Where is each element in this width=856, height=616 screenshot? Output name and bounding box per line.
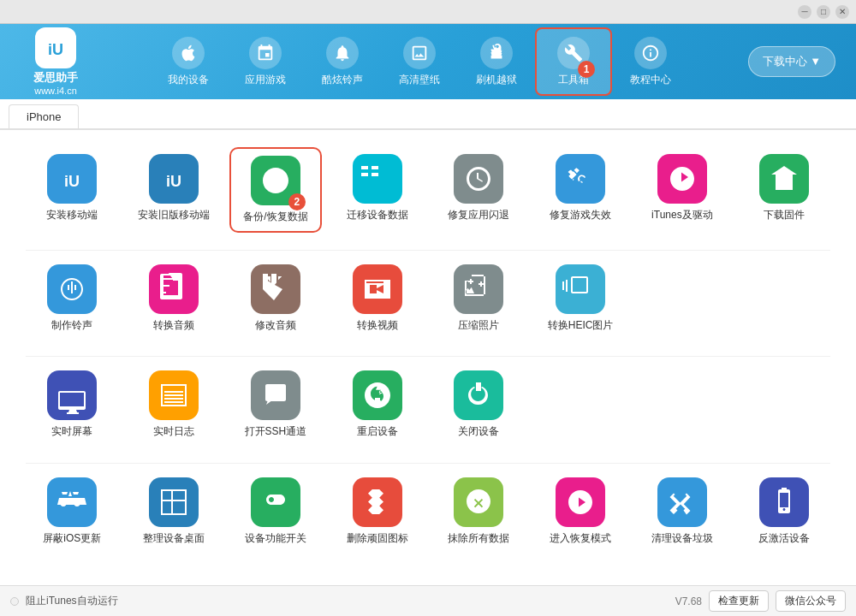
tool-item-erase-all[interactable]: 抹除所有数据 <box>432 471 526 553</box>
tool-item-realtime-log[interactable]: 实时日志 <box>128 364 221 446</box>
tool-label-delete-stubborn-icon: 删除顽固图标 <box>347 532 408 546</box>
tool-item-install-old[interactable]: iU安装旧版移动端 <box>128 147 221 233</box>
device-tab-iphone[interactable]: iPhone <box>9 104 79 128</box>
tool-item-fix-game[interactable]: 修复游戏失效 <box>534 147 627 233</box>
tool-item-block-ios-update[interactable]: 屏蔽iOS更新 <box>26 471 119 553</box>
convert-video-icon <box>353 264 402 314</box>
enter-recovery-icon <box>556 477 605 527</box>
tool-label-convert-heic: 转换HEIC图片 <box>548 319 614 333</box>
nav-label-ringtone: 酷炫铃声 <box>322 73 363 87</box>
tool-item-convert-audio[interactable]: 转换音频 <box>128 258 221 340</box>
nav-item-toolbox[interactable]: 1工具箱 <box>535 27 612 96</box>
tool-item-backup-restore[interactable]: 2备份/恢复数据 <box>229 147 323 233</box>
download-firmware-icon <box>759 154 809 204</box>
close-button[interactable]: ✕ <box>835 5 849 19</box>
install-mobile-icon: iU <box>47 154 97 204</box>
tool-label-enter-recovery: 进入恢复模式 <box>550 532 611 546</box>
row-divider-0 <box>26 250 830 251</box>
fix-game-icon <box>556 154 605 204</box>
tool-item-shutdown-device[interactable]: 关闭设备 <box>432 364 526 446</box>
tool-label-erase-all: 抹除所有数据 <box>448 532 509 546</box>
minimize-button[interactable]: ─ <box>798 5 811 19</box>
tool-label-shutdown-device: 关闭设备 <box>458 425 499 439</box>
tool-item-reboot-device[interactable]: 重启设备 <box>330 364 424 446</box>
main-content: iU安装移动端iU安装旧版移动端 2备份/恢复数据迁移设备数据修复应用闪退修复游… <box>0 130 856 585</box>
tools-row-1: 制作铃声转换音频修改音频转换视频压缩照片转换HEIC图片 <box>26 258 830 340</box>
tool-label-clean-junk: 清理设备垃圾 <box>651 532 713 546</box>
realtime-log-icon <box>149 370 199 420</box>
tool-item-clean-junk[interactable]: 清理设备垃圾 <box>636 471 729 553</box>
erase-all-icon <box>454 477 503 527</box>
tool-label-install-mobile: 安装移动端 <box>46 209 98 222</box>
tool-item-fix-app-crash[interactable]: 修复应用闪退 <box>432 147 526 233</box>
tool-label-fix-game: 修复游戏失效 <box>550 209 611 222</box>
svg-text:iU: iU <box>64 173 80 190</box>
my-device-nav-icon <box>172 37 205 69</box>
tool-label-anti-activation: 反激活设备 <box>758 532 810 546</box>
nav-badge-toolbox: 1 <box>578 61 595 78</box>
nav-label-jailbreak: 刷机越狱 <box>476 73 517 87</box>
tool-label-make-ringtone: 制作铃声 <box>51 319 92 333</box>
download-center-button[interactable]: 下载中心 ▼ <box>748 46 835 77</box>
tool-label-block-ios-update: 屏蔽iOS更新 <box>43 532 101 546</box>
tool-item-edit-audio[interactable]: 修改音频 <box>229 258 323 340</box>
tools-row-0: iU安装移动端iU安装旧版移动端 2备份/恢复数据迁移设备数据修复应用闪退修复游… <box>26 147 830 233</box>
make-ringtone-icon <box>47 264 97 314</box>
tool-item-delete-stubborn-icon[interactable]: 删除顽固图标 <box>330 471 424 553</box>
logo-text: 爱思助手 www.i4.cn <box>33 70 78 96</box>
nav-items: 我的设备应用游戏酷炫铃声高清壁纸刷机越狱1工具箱教程中心 <box>103 27 736 96</box>
tool-label-migrate-data: 迁移设备数据 <box>347 209 408 222</box>
nav-item-wallpaper[interactable]: 高清壁纸 <box>381 27 458 96</box>
tool-item-make-ringtone[interactable]: 制作铃声 <box>26 258 119 340</box>
tool-item-convert-video[interactable]: 转换视频 <box>330 258 424 340</box>
compress-photo-icon <box>454 264 503 314</box>
nav-item-jailbreak[interactable]: 刷机越狱 <box>458 27 535 96</box>
tool-label-download-firmware: 下载固件 <box>764 209 805 222</box>
tool-badge-backup-restore: 2 <box>288 193 306 210</box>
tool-item-realtime-screen[interactable]: 实时屏幕 <box>26 364 119 446</box>
tool-label-convert-video: 转换视频 <box>357 319 398 333</box>
clean-junk-icon <box>657 477 707 527</box>
tool-item-migrate-data[interactable]: 迁移设备数据 <box>330 147 424 233</box>
tool-item-enter-recovery[interactable]: 进入恢复模式 <box>534 471 627 553</box>
nav-label-app-games: 应用游戏 <box>245 73 286 87</box>
tool-item-anti-activation[interactable]: 反激活设备 <box>737 471 830 553</box>
block-ios-update-icon <box>47 477 97 527</box>
status-bar: 阻止iTunes自动运行 V7.68 检查更新 微信公众号 <box>0 585 856 616</box>
status-right: V7.68 检查更新 微信公众号 <box>675 590 846 612</box>
svg-text:iU: iU <box>166 173 181 190</box>
nav-label-my-device: 我的设备 <box>168 73 209 87</box>
nav-item-app-games[interactable]: 应用游戏 <box>227 27 304 96</box>
tool-item-open-ssh[interactable]: 打开SSH通道 <box>229 364 323 446</box>
shutdown-device-icon <box>454 370 503 420</box>
svg-text:iU: iU <box>48 41 63 58</box>
status-text: 阻止iTunes自动运行 <box>26 594 118 608</box>
nav-label-wallpaper: 高清壁纸 <box>399 73 440 87</box>
app-games-nav-icon <box>249 37 282 69</box>
logo-area: iU 爱思助手 www.i4.cn <box>9 27 103 96</box>
tool-item-convert-heic[interactable]: 转换HEIC图片 <box>534 258 627 340</box>
check-update-button[interactable]: 检查更新 <box>709 590 769 612</box>
nav-item-ringtone[interactable]: 酷炫铃声 <box>304 27 381 96</box>
tool-label-device-function-toggle: 设备功能开关 <box>245 532 306 546</box>
device-tab-bar: iPhone <box>0 99 856 130</box>
version-text: V7.68 <box>675 595 702 607</box>
maximize-button[interactable]: □ <box>817 5 830 19</box>
tool-label-backup-restore: 备份/恢复数据 <box>243 210 307 224</box>
row-divider-1 <box>26 356 830 357</box>
tool-item-device-function-toggle[interactable]: 设备功能开关 <box>229 471 323 553</box>
status-dot <box>10 597 19 606</box>
tool-item-compress-photo[interactable]: 压缩照片 <box>432 258 526 340</box>
status-left: 阻止iTunes自动运行 <box>10 594 118 608</box>
nav-item-my-device[interactable]: 我的设备 <box>150 27 227 96</box>
organize-desktop-icon <box>149 477 199 527</box>
svg-marker-4 <box>771 166 797 190</box>
tool-item-install-mobile[interactable]: iU安装移动端 <box>26 147 119 233</box>
tool-item-download-firmware[interactable]: 下载固件 <box>737 147 830 233</box>
tool-item-organize-desktop[interactable]: 整理设备桌面 <box>128 471 221 553</box>
header-right: 下载中心 ▼ <box>736 46 847 77</box>
nav-item-tutorial[interactable]: 教程中心 <box>612 27 689 96</box>
tool-item-itunes-driver[interactable]: iTunes及驱动 <box>636 147 729 233</box>
tools-container: iU安装移动端iU安装旧版移动端 2备份/恢复数据迁移设备数据修复应用闪退修复游… <box>26 147 830 552</box>
wechat-public-button[interactable]: 微信公众号 <box>776 590 846 612</box>
